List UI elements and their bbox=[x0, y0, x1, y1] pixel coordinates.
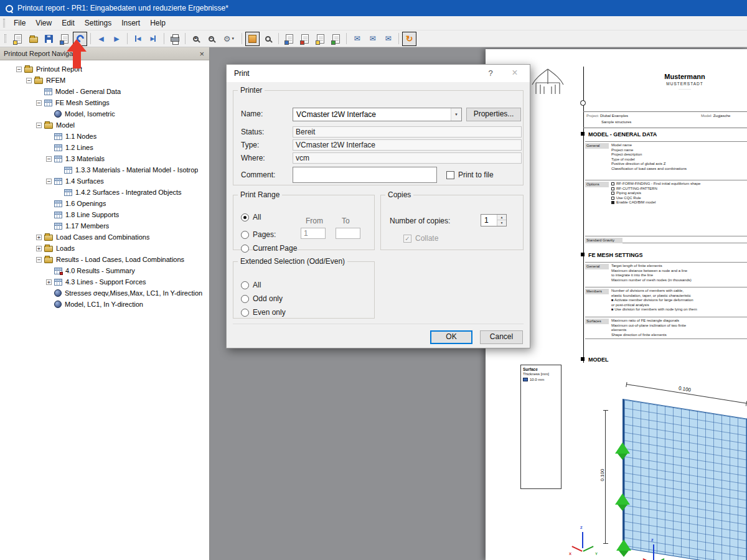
menu-file[interactable]: File bbox=[9, 17, 31, 29]
close-icon[interactable]: × bbox=[198, 49, 205, 58]
expand-toggle[interactable]: + bbox=[36, 246, 42, 251]
view-settings-dropdown[interactable]: ⚙▼ bbox=[220, 32, 238, 46]
send-mail-2-button[interactable]: ✉ bbox=[365, 32, 380, 46]
tree-item-fe-mesh-settings[interactable]: −FE Mesh Settings bbox=[0, 97, 209, 108]
save-button[interactable] bbox=[42, 32, 56, 46]
tree-item-model-lc1[interactable]: Model, LC1, In Y-direction bbox=[0, 299, 209, 310]
range-pages-radio[interactable]: Pages: bbox=[241, 230, 276, 239]
collapse-toggle[interactable]: − bbox=[46, 156, 52, 162]
ok-button[interactable]: OK bbox=[430, 330, 472, 344]
tree-item-members[interactable]: 1.17 Members bbox=[0, 220, 209, 231]
tree-item-stresses[interactable]: Stresses σeqv,Mises,Max, LC1, In Y-direc… bbox=[0, 287, 209, 299]
mail-icon: ✉ bbox=[385, 35, 391, 42]
expand-toggle[interactable]: + bbox=[36, 235, 42, 240]
radio-icon bbox=[241, 295, 249, 303]
export-word-button[interactable] bbox=[282, 32, 296, 46]
tree-item-results-summary[interactable]: 4.0 Results - Summary bbox=[0, 265, 209, 276]
range-all-radio[interactable]: All bbox=[241, 213, 261, 222]
tree-label: Load Cases and Combinations bbox=[56, 233, 149, 241]
stepper-down-icon[interactable]: ▼ bbox=[497, 220, 506, 226]
menu-settings[interactable]: Settings bbox=[80, 17, 116, 29]
extended-all-radio[interactable]: All bbox=[241, 281, 261, 289]
table-icon bbox=[54, 178, 62, 185]
collapse-toggle[interactable]: − bbox=[26, 78, 32, 83]
export-html-button[interactable] bbox=[329, 32, 343, 46]
tree-item-loads[interactable]: +Loads bbox=[0, 243, 209, 254]
export-rtf-button[interactable] bbox=[298, 32, 312, 46]
tree-item-nodes[interactable]: 1.1 Nodes bbox=[0, 131, 209, 142]
results-table-icon bbox=[54, 268, 62, 274]
comment-input[interactable] bbox=[293, 167, 437, 183]
zoom-out-button[interactable] bbox=[204, 32, 218, 46]
help-icon[interactable]: ? bbox=[486, 68, 495, 78]
tree-item-openings[interactable]: 1.6 Openings bbox=[0, 198, 209, 209]
table-icon bbox=[64, 167, 72, 174]
edit-mode-button[interactable] bbox=[245, 32, 260, 46]
printer-setup-button[interactable] bbox=[167, 32, 182, 46]
menu-edit[interactable]: Edit bbox=[57, 17, 80, 29]
collapse-toggle[interactable]: − bbox=[16, 67, 22, 72]
section-title-general-data: MODEL - GENERAL DATA bbox=[588, 131, 657, 138]
forward-button[interactable]: ▶ bbox=[110, 32, 124, 46]
send-mail-3-button[interactable]: ✉ bbox=[381, 32, 395, 46]
refresh-button[interactable]: ↻ bbox=[402, 32, 416, 46]
copies-stepper[interactable]: 1 ▲ ▼ bbox=[481, 214, 507, 226]
printer-name-select[interactable]: VCmaster t2W Interface ▼ bbox=[293, 108, 462, 121]
first-page-button[interactable]: ◀ bbox=[131, 32, 145, 46]
extended-odd-radio[interactable]: Odd only bbox=[241, 294, 283, 303]
close-icon[interactable]: × bbox=[510, 67, 520, 78]
stepper-up-icon[interactable]: ▲ bbox=[497, 215, 506, 220]
cancel-button[interactable]: Cancel bbox=[480, 330, 523, 344]
properties-button[interactable]: Properties... bbox=[466, 108, 521, 121]
from-label: From bbox=[306, 217, 323, 225]
tree-item-results[interactable]: −Results - Load Cases, Load Combinations bbox=[0, 254, 209, 265]
tree-item-lines-support-forces[interactable]: +4.3 Lines - Support Forces bbox=[0, 276, 209, 287]
collapse-toggle[interactable]: − bbox=[36, 123, 42, 128]
export-pdf-button[interactable] bbox=[313, 32, 327, 46]
name-label: Name: bbox=[241, 110, 263, 118]
range-all-label: All bbox=[253, 213, 261, 222]
report-rule bbox=[583, 111, 747, 112]
pages-from-input[interactable]: 1 bbox=[301, 228, 326, 239]
open-button[interactable] bbox=[26, 32, 40, 46]
tree-item-line-supports[interactable]: 1.8 Line Supports bbox=[0, 209, 209, 220]
row-label: Options bbox=[585, 182, 609, 187]
checkbox-checked-icon: ✓ bbox=[403, 235, 411, 243]
refresh-icon: ↻ bbox=[406, 34, 413, 43]
zoom-in-button[interactable] bbox=[189, 32, 203, 46]
menu-view[interactable]: View bbox=[31, 17, 57, 29]
range-current-page-radio[interactable]: Current Page bbox=[241, 244, 297, 253]
collapse-toggle[interactable]: − bbox=[36, 100, 42, 106]
tree-item-materials-isotropic[interactable]: 1.3.3 Materials - Material Model - Isotr… bbox=[0, 164, 209, 175]
tree-item-printout-report[interactable]: −Printout Report bbox=[0, 63, 209, 75]
new-report-button[interactable] bbox=[11, 32, 25, 46]
collate-checkbox[interactable]: ✓ Collate bbox=[403, 234, 438, 243]
tree-label: Loads bbox=[56, 245, 75, 252]
collapse-toggle[interactable]: − bbox=[36, 257, 42, 263]
expand-toggle[interactable]: + bbox=[46, 279, 52, 285]
last-page-button[interactable]: ▶ bbox=[146, 32, 161, 46]
send-mail-button[interactable]: ✉ bbox=[350, 32, 364, 46]
collapse-toggle[interactable]: − bbox=[46, 179, 52, 184]
tree-item-lines[interactable]: 1.2 Lines bbox=[0, 142, 209, 153]
search-button[interactable] bbox=[261, 32, 275, 46]
tree-item-model-general-data[interactable]: Model - General Data bbox=[0, 86, 209, 97]
tree-item-load-cases[interactable]: +Load Cases and Combinations bbox=[0, 231, 209, 243]
menu-help[interactable]: Help bbox=[145, 17, 171, 29]
table-icon bbox=[44, 100, 52, 106]
back-button[interactable]: ◀ bbox=[94, 32, 108, 46]
z-axis-label: Z bbox=[580, 526, 583, 530]
tree-item-materials[interactable]: −1.3 Materials bbox=[0, 153, 209, 164]
chevron-down-icon[interactable]: ▼ bbox=[451, 108, 461, 121]
doc-line: to integrate it into the line bbox=[611, 273, 746, 278]
tree-item-surfaces-integrated[interactable]: 1.4.2 Surfaces - Integrated Objects bbox=[0, 187, 209, 198]
tree-item-model[interactable]: −Model bbox=[0, 119, 209, 131]
pages-to-input[interactable] bbox=[336, 228, 360, 239]
tree-item-model-isometric[interactable]: Model, Isometric bbox=[0, 108, 209, 119]
extended-even-radio[interactable]: Even only bbox=[241, 308, 286, 317]
tree-item-surfaces[interactable]: −1.4 Surfaces bbox=[0, 175, 209, 187]
tree-item-rfem[interactable]: −RFEM bbox=[0, 75, 209, 86]
print-to-file-checkbox[interactable]: Print to file bbox=[446, 170, 494, 179]
menu-insert[interactable]: Insert bbox=[116, 17, 145, 29]
dialog-titlebar[interactable]: Print bbox=[227, 65, 530, 82]
